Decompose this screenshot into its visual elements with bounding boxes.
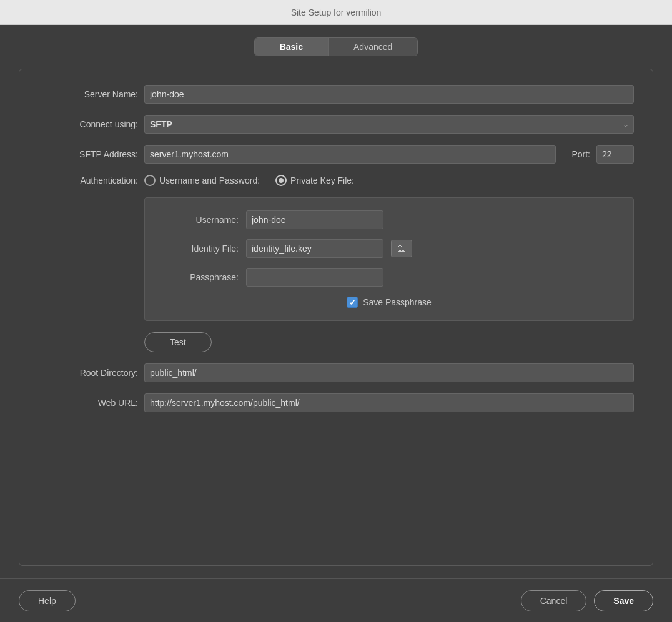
connect-using-row: Connect using: SFTP FTP FTPS WebDAV ⌄	[38, 115, 634, 134]
save-passphrase-checkbox[interactable]: ✓	[347, 297, 358, 308]
footer-right: Cancel Save	[521, 590, 653, 611]
connect-select-wrapper: SFTP FTP FTPS WebDAV ⌄	[144, 115, 634, 134]
auth-row: Authentication: Username and Password: P…	[38, 175, 634, 186]
cancel-button[interactable]: Cancel	[521, 590, 587, 611]
radio-option-username[interactable]: Username and Password:	[144, 175, 260, 186]
dialog-footer: Help Cancel Save	[0, 578, 672, 622]
auth-label: Authentication:	[38, 175, 138, 185]
tab-container: Basic Advanced	[254, 37, 418, 56]
connect-using-label: Connect using:	[38, 119, 138, 129]
checkmark-icon: ✓	[349, 299, 356, 307]
tab-advanced[interactable]: Advanced	[329, 38, 417, 56]
radio-label-username: Username and Password:	[159, 175, 260, 185]
web-url-input[interactable]	[144, 393, 634, 412]
footer-left: Help	[19, 590, 76, 611]
port-input[interactable]	[596, 145, 634, 164]
save-passphrase-row: ✓ Save Passphrase	[164, 297, 615, 308]
root-directory-label: Root Directory:	[38, 368, 138, 378]
radio-group: Username and Password: Private Key File:	[144, 175, 354, 186]
identity-file-row: Identity File: 🗂	[164, 239, 615, 258]
dialog: Basic Advanced Server Name: Connect usin…	[0, 25, 672, 622]
passphrase-row: Passphrase:	[164, 268, 615, 287]
passphrase-input[interactable]	[246, 268, 383, 287]
username-input[interactable]	[246, 210, 383, 229]
tab-bar: Basic Advanced	[19, 37, 653, 56]
form-area: Server Name: Connect using: SFTP FTP FTP…	[19, 69, 653, 566]
test-row: Test	[144, 332, 634, 352]
radio-option-privatekey[interactable]: Private Key File:	[275, 175, 354, 186]
identity-file-input[interactable]	[246, 239, 383, 258]
save-passphrase-label: Save Passphrase	[363, 297, 432, 307]
username-row: Username:	[164, 210, 615, 229]
username-label: Username:	[164, 215, 239, 225]
sftp-address-input[interactable]	[144, 145, 556, 164]
auth-panel: Username: Identity File: 🗂 Passphrase:	[144, 197, 634, 321]
sftp-address-row: SFTP Address: Port:	[38, 145, 634, 164]
web-url-label: Web URL:	[38, 398, 138, 408]
server-name-row: Server Name:	[38, 85, 634, 104]
sftp-address-label: SFTP Address:	[38, 149, 138, 159]
tab-basic[interactable]: Basic	[255, 38, 329, 56]
root-directory-row: Root Directory:	[38, 363, 634, 382]
title-bar: Site Setup for vermilion	[0, 0, 672, 25]
browse-button[interactable]: 🗂	[391, 240, 412, 257]
server-name-input[interactable]	[144, 85, 634, 104]
root-directory-input[interactable]	[144, 363, 634, 382]
save-button[interactable]: Save	[594, 590, 653, 611]
test-button[interactable]: Test	[144, 332, 212, 352]
server-name-label: Server Name:	[38, 89, 138, 99]
window-title: Site Setup for vermilion	[291, 7, 382, 17]
help-button[interactable]: Help	[19, 590, 76, 611]
passphrase-label: Passphrase:	[164, 272, 239, 282]
port-label: Port:	[571, 149, 590, 159]
connect-using-select[interactable]: SFTP FTP FTPS WebDAV	[144, 115, 634, 134]
radio-circle-privatekey	[275, 175, 287, 186]
identity-file-label: Identity File:	[164, 244, 239, 254]
web-url-row: Web URL:	[38, 393, 634, 412]
radio-label-privatekey: Private Key File:	[290, 175, 354, 185]
dialog-content: Basic Advanced Server Name: Connect usin…	[0, 25, 672, 578]
radio-circle-username	[144, 175, 156, 186]
